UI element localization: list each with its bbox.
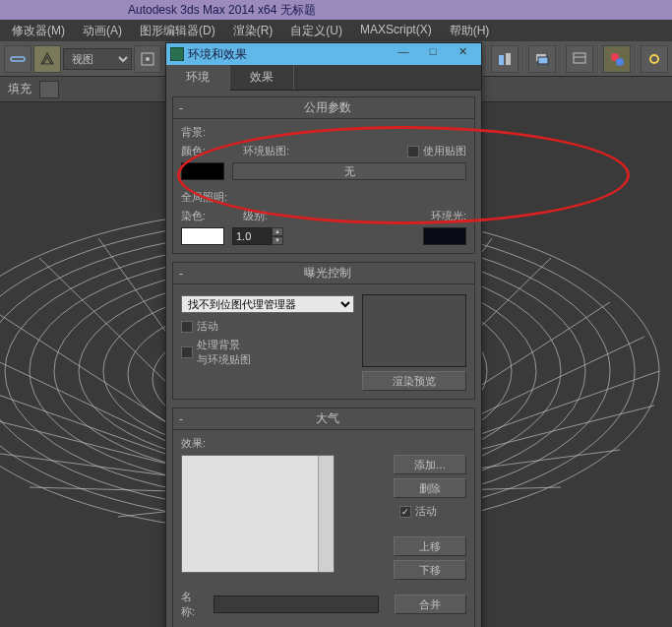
tool-material[interactable] xyxy=(603,45,631,73)
app-title-bar: Autodesk 3ds Max 2014 x64 无标题 xyxy=(0,0,672,20)
spinner-down-icon[interactable]: ▼ xyxy=(272,236,283,245)
use-map-checkbox-wrap: 使用贴图 xyxy=(407,144,466,158)
app-icon xyxy=(170,47,184,61)
svg-rect-7 xyxy=(574,53,585,63)
tool-align[interactable] xyxy=(491,45,519,73)
viewport-select[interactable]: 视图 xyxy=(63,48,132,70)
fill-dropdown[interactable] xyxy=(39,81,59,98)
tool-schematic[interactable] xyxy=(566,45,593,73)
scrollbar[interactable] xyxy=(318,456,334,572)
effects-listbox[interactable] xyxy=(181,455,335,573)
toolbar-separator xyxy=(635,45,637,73)
svg-rect-6 xyxy=(538,57,548,64)
menu-animation[interactable]: 动画(A) xyxy=(75,20,130,41)
toolbar-separator xyxy=(560,45,562,73)
tool-refsys[interactable] xyxy=(33,45,61,73)
with-env-label: 与环境贴图 xyxy=(197,352,251,367)
svg-point-10 xyxy=(616,58,624,66)
atmos-active-checkbox[interactable]: ✓ xyxy=(399,506,411,518)
ambient-label: 环境光: xyxy=(431,209,466,223)
exposure-rollout: - 曝光控制 找不到位图代理管理器 活动 xyxy=(172,262,475,400)
dialog-title-bar[interactable]: 环境和效果 — □ ✕ xyxy=(166,43,481,65)
render-preview-button[interactable]: 渲染预览 xyxy=(362,371,466,391)
tab-row: 环境 效果 xyxy=(166,65,481,91)
tab-effects[interactable]: 效果 xyxy=(230,65,294,90)
delete-button[interactable]: 删除 xyxy=(394,478,466,498)
tab-environment[interactable]: 环境 xyxy=(166,65,230,91)
moveup-button[interactable]: 上移 xyxy=(394,536,466,556)
env-effects-dialog: 环境和效果 — □ ✕ 环境 效果 - 公用参数 背景: 颜色: 环境贴图: xyxy=(165,42,482,627)
menu-modifiers[interactable]: 修改器(M) xyxy=(4,20,73,41)
envmap-label: 环境贴图: xyxy=(243,144,399,158)
spinner-up-icon[interactable]: ▲ xyxy=(272,227,283,236)
tint-swatch[interactable] xyxy=(181,227,224,245)
tool-render-setup[interactable] xyxy=(641,45,668,73)
svg-rect-4 xyxy=(506,53,511,65)
color-label: 颜色: xyxy=(181,144,235,158)
menu-maxscript[interactable]: MAXScript(X) xyxy=(352,20,440,41)
maximize-button[interactable]: □ xyxy=(418,45,448,63)
dialog-title: 环境和效果 xyxy=(188,46,389,63)
fill-label: 填充 xyxy=(8,81,31,97)
bg-color-swatch[interactable] xyxy=(181,162,224,180)
env-map-button[interactable]: 无 xyxy=(232,162,466,180)
ambient-swatch[interactable] xyxy=(423,227,466,245)
atmosphere-rollout: - 大气 效果: 添加… 删除 ✓ 活动 xyxy=(172,408,475,627)
menu-bar: 修改器(M) 动画(A) 图形编辑器(D) 渲染(R) 自定义(U) MAXSc… xyxy=(0,20,672,41)
svg-rect-0 xyxy=(11,57,25,61)
menu-help[interactable]: 帮助(H) xyxy=(442,20,498,41)
rollout-header[interactable]: - 公用参数 xyxy=(173,97,474,119)
level-label: 级别: xyxy=(243,209,312,223)
tool-use-center[interactable] xyxy=(134,45,161,73)
collapse-icon: - xyxy=(179,101,183,115)
name-label: 名称: xyxy=(181,590,206,619)
process-bg-checkbox[interactable] xyxy=(181,346,193,358)
merge-button[interactable]: 合并 xyxy=(395,595,466,614)
collapse-icon: - xyxy=(179,267,183,281)
active-label: 活动 xyxy=(197,319,218,334)
menu-rendering[interactable]: 渲染(R) xyxy=(225,20,281,41)
use-map-checkbox[interactable] xyxy=(407,146,419,157)
rollout-header[interactable]: - 大气 xyxy=(173,408,474,430)
menu-graph-editors[interactable]: 图形编辑器(D) xyxy=(132,20,223,41)
minimize-button[interactable]: — xyxy=(389,45,418,63)
tool-link[interactable] xyxy=(4,45,31,73)
level-spinner[interactable]: ▲ ▼ xyxy=(232,227,283,245)
global-illum-label: 全局照明: xyxy=(181,190,466,205)
rollout-header[interactable]: - 曝光控制 xyxy=(173,263,474,284)
toolbar-separator xyxy=(597,45,599,73)
tint-label: 染色: xyxy=(181,209,235,223)
rollout-title: 公用参数 xyxy=(187,99,468,116)
active-checkbox[interactable] xyxy=(181,321,193,333)
background-label: 背景: xyxy=(181,125,466,140)
exposure-preview-box xyxy=(362,294,466,367)
dialog-body: - 公用参数 背景: 颜色: 环境贴图: 使用贴图 xyxy=(166,91,481,627)
close-button[interactable]: ✕ xyxy=(448,45,477,63)
svg-point-2 xyxy=(146,57,150,61)
tool-layers[interactable] xyxy=(528,45,556,73)
atmos-active-label: 活动 xyxy=(415,504,437,519)
common-params-rollout: - 公用参数 背景: 颜色: 环境贴图: 使用贴图 xyxy=(172,96,475,254)
exposure-manager-select[interactable]: 找不到位图代理管理器 xyxy=(181,295,354,313)
rollout-title: 大气 xyxy=(187,410,468,427)
menu-customize[interactable]: 自定义(U) xyxy=(282,20,350,41)
app-title: Autodesk 3ds Max 2014 x64 无标题 xyxy=(128,3,316,17)
process-bg-label: 处理背景 xyxy=(197,338,251,352)
level-input[interactable] xyxy=(232,227,272,245)
toolbar-separator xyxy=(522,45,524,73)
svg-rect-3 xyxy=(499,55,504,65)
svg-point-11 xyxy=(650,55,658,63)
use-map-label: 使用贴图 xyxy=(423,144,466,158)
collapse-icon: - xyxy=(179,412,183,426)
rollout-title: 曝光控制 xyxy=(187,265,468,282)
toolbar-separator xyxy=(485,45,487,73)
effects-label: 效果: xyxy=(181,436,466,451)
movedown-button[interactable]: 下移 xyxy=(394,560,466,580)
name-input[interactable] xyxy=(214,596,379,613)
add-button[interactable]: 添加… xyxy=(394,455,466,474)
